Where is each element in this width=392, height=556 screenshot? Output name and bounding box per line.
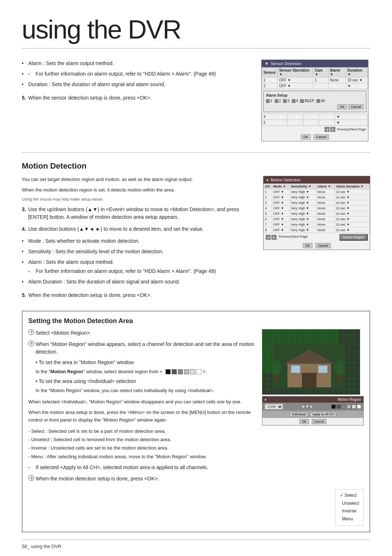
svg-rect-5	[318, 366, 327, 373]
motion-next-arrow[interactable]: ►	[271, 235, 277, 240]
grid-cell	[262, 367, 268, 373]
col-duration: Duration ▼	[346, 68, 368, 77]
legend-inverse: Inverse	[340, 507, 359, 515]
setting-motion-area-box: Setting the Motion Detection Area ① Sele…	[22, 311, 370, 532]
motion-section: You can set target detection region and …	[22, 176, 370, 303]
to-set-window-text: To set the area in "Motion Region" windo…	[39, 359, 134, 365]
motion-region-instruction: In the "Motion Region" window, select de…	[36, 368, 255, 376]
prev-ch-icon[interactable]: ◄	[301, 404, 305, 408]
grid-cell	[262, 356, 268, 362]
step4-text: Use direction buttons (▲▼◄ ►) to move to…	[28, 225, 204, 233]
motion-region-header: ♦ Motion Region	[262, 396, 363, 403]
setting-sub-bullet: If selected <Apply to All CH>, selected …	[28, 464, 255, 471]
grid-cell	[355, 356, 360, 362]
sq-black	[166, 369, 171, 374]
motion-region-preview	[262, 329, 360, 395]
bullet-mode: Mode : Sets whether to activate motion d…	[22, 237, 252, 245]
table-row: 6OFF ▼Very High ▼None10 sec ▼	[264, 217, 370, 222]
table-row: 2 OFF ▼ ▼	[262, 83, 368, 89]
motion-detection-heading: Motion Detection	[22, 161, 370, 171]
mr-cancel-button[interactable]: Cancel	[312, 419, 326, 424]
swatch-light[interactable]	[347, 404, 351, 409]
motion-region-button[interactable]: Motion Region	[339, 234, 368, 241]
grid-cell	[349, 373, 355, 378]
grid-cell	[268, 367, 273, 373]
grid-cell	[295, 389, 300, 395]
cb-icon-3	[283, 99, 287, 103]
grid-cell	[262, 351, 268, 356]
grid-cell	[306, 335, 311, 340]
sensor-ok-button[interactable]: OK	[301, 134, 311, 140]
alarm-setup-buttons: OK Cancel	[266, 104, 364, 109]
swatch-black[interactable]	[331, 404, 336, 409]
grid-cell	[327, 389, 333, 395]
svg-rect-3	[302, 373, 317, 387]
grid-cell	[322, 335, 327, 340]
grid-cell	[284, 389, 289, 395]
motion-cancel-button[interactable]: Cancel	[315, 243, 331, 248]
next-ch-icon[interactable]: ►	[310, 404, 313, 408]
grid-cell	[349, 340, 355, 346]
grid-cell	[268, 329, 273, 335]
channel-select[interactable]: 1 CH	[265, 404, 283, 410]
cb-icon-all	[317, 99, 320, 103]
sq-light	[184, 369, 189, 374]
motion-bullets: Mode : Sets whether to activate motion d…	[22, 237, 252, 286]
sensor-cancel-button[interactable]: Cancel	[314, 134, 329, 140]
step-number: 5.	[22, 94, 26, 102]
grid-cell	[344, 389, 349, 395]
table-row: 5▼	[262, 120, 368, 126]
checkbox-3: 3	[283, 99, 290, 103]
legend-select: ✓ Select	[340, 492, 359, 500]
grid-cell	[262, 346, 268, 351]
alarm-ok-button[interactable]: OK	[337, 104, 347, 109]
swatch-white[interactable]	[357, 404, 361, 409]
setting-step1: ① Select <Motion Region>.	[28, 329, 255, 337]
grid-cell	[333, 329, 338, 335]
grid-cell	[311, 389, 317, 395]
table-row: 1 OFF ▼ 1 None 10 sec ▼	[262, 77, 368, 83]
swatch-lighter[interactable]	[352, 404, 356, 409]
step5-sensor: 5. When the sensor detection setup is do…	[22, 94, 250, 102]
list-item-unselect: - Unselect : Selected cell is removed fr…	[28, 435, 255, 444]
grid-cell	[349, 367, 355, 373]
swatch-mid[interactable]	[342, 404, 346, 409]
cb-icon-4	[292, 99, 295, 103]
grid-cell	[268, 351, 273, 356]
list-items: - Select : Selected cell is set to be a …	[28, 427, 255, 461]
step3-text: Use the up/down buttons (▲▼) in <Event> …	[28, 206, 252, 221]
prev-arrow[interactable]: ◄	[324, 127, 330, 132]
alarm-cancel-button[interactable]: Cancel	[348, 104, 364, 109]
grid-cell	[333, 335, 338, 340]
grid-cell	[278, 329, 284, 335]
grid-cell	[284, 335, 289, 340]
motion-info1: You can set target detection region and …	[22, 176, 252, 184]
grid-cell	[333, 389, 338, 395]
grid-cell	[289, 335, 295, 340]
grid-cell	[349, 356, 355, 362]
motion-prev-arrow[interactable]: ◄	[266, 235, 271, 240]
grid-cell	[317, 335, 322, 340]
bullet-alarm-motion: Alarm : Sets the alarm output method.For…	[22, 258, 252, 275]
next-arrow[interactable]: ►	[330, 127, 335, 132]
step5-num: 5.	[22, 291, 26, 299]
motion-step4: 4. Use direction buttons (▲▼◄ ►) to move…	[22, 225, 252, 233]
swatch-dark[interactable]	[336, 404, 341, 409]
apply-all-ch-button[interactable]: Apply to All CH	[310, 412, 336, 417]
list-item-select: - Select : Selected cell is set to be a …	[28, 427, 255, 435]
motion-ok-button[interactable]: OK	[303, 243, 313, 248]
down-ch-icon[interactable]: ▼	[306, 404, 309, 408]
alarm-setup-title: Alarm Setup	[266, 93, 364, 97]
grid-cell	[273, 389, 278, 395]
col-cam: Cam ▼	[313, 68, 328, 77]
grid-cell	[349, 384, 355, 389]
motion-detection-header: ♦ Motion Detection	[264, 176, 370, 184]
mr-ok-button[interactable]: OK	[299, 419, 309, 424]
motion-region-controls: 1 CH ◄ ▼ ►	[262, 403, 363, 411]
grid-cell	[278, 335, 284, 340]
sensor-table-bottom: 4▼ 5▼	[262, 114, 368, 126]
bullet-sensitivity: Sensitivity : Sets the sensitivity level…	[22, 248, 252, 255]
grid-cell	[268, 378, 273, 384]
table-row: 2OFF ▼Very High ▼None10 sec ▼	[264, 195, 370, 200]
individual-button[interactable]: Individual	[290, 412, 308, 417]
